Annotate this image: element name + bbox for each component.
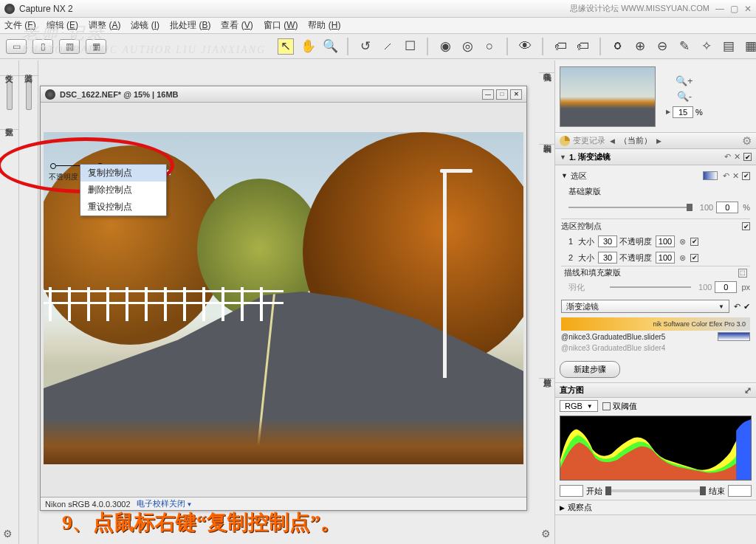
rotate-ccw-icon[interactable]: ↺ <box>357 38 374 55</box>
gear-icon[interactable]: ⚙ <box>742 134 752 148</box>
gray-point-icon[interactable]: ◎ <box>459 38 475 55</box>
brush-icon[interactable]: ✎ <box>676 38 693 55</box>
tab-editlist[interactable]: 编辑列表 <box>539 132 556 145</box>
tool-thumb-1[interactable]: ▭ <box>6 39 27 54</box>
menu-batch[interactable]: 批处理 (B) <box>170 19 210 32</box>
expand-icon[interactable]: ⤢ <box>744 385 752 396</box>
cp2-checkbox[interactable]: ✔ <box>690 254 698 262</box>
zoom-tool-icon[interactable]: 🔍 <box>322 38 338 55</box>
menu-edit[interactable]: 编辑 (E) <box>47 19 78 32</box>
tab-birdeye[interactable]: 鸟瞰镜头 <box>539 61 556 73</box>
delete-icon[interactable]: ✕ <box>732 171 739 181</box>
document-titlebar[interactable]: DSC_1622.NEF* @ 15% | 16MB — □ ✕ <box>41 86 526 103</box>
tool-thumb-3[interactable]: ▥ <box>59 39 80 54</box>
range-end-input[interactable] <box>728 485 752 497</box>
cp1-opacity-input[interactable] <box>656 235 675 247</box>
collapse-icon[interactable]: ▼ <box>560 154 566 161</box>
zoom-stepper[interactable]: ▶ <box>666 109 670 115</box>
menu-help[interactable]: 帮助 (H) <box>308 19 340 32</box>
dual-threshold-checkbox[interactable] <box>602 402 611 410</box>
selection-header[interactable]: ▼选区 ↶ ✕ ✔ <box>561 168 750 183</box>
cp1-checkbox[interactable]: ✔ <box>690 238 698 246</box>
editlist-panel: 变更记录 ◀ （当前） ▶ ⚙ ▼ 1. 渐变滤镜 ↶ ✕ ✔ ▼选区 <box>555 133 756 383</box>
menu-view[interactable]: 查看 (V) <box>221 19 252 32</box>
minimize-button[interactable]: — <box>715 4 724 14</box>
menu-delete-control-point[interactable]: 删除控制点 <box>80 182 166 199</box>
crop-icon[interactable]: ☐ <box>402 38 418 55</box>
cp1-size-input[interactable] <box>598 235 617 247</box>
site-watermark: 思缘设计论坛 WWW.MISSYUAN.COM <box>570 3 709 14</box>
hand-tool-icon[interactable]: ✋ <box>300 38 316 55</box>
zoom-out-icon[interactable]: 🔍- <box>677 91 692 102</box>
cp2-size-input[interactable] <box>598 252 617 264</box>
cp2-opacity-input[interactable] <box>656 252 675 264</box>
plus-sel-icon[interactable]: ⊕ <box>632 38 648 55</box>
gear-icon[interactable]: ⚙ <box>3 528 13 540</box>
step-1-row[interactable]: ▼ 1. 渐变滤镜 ↶ ✕ ✔ <box>555 149 756 165</box>
maximize-button[interactable]: ▢ <box>730 4 738 14</box>
minus-sel-icon[interactable]: ⊖ <box>654 38 670 55</box>
white-point-icon[interactable]: ○ <box>481 38 498 55</box>
tag-icon-1[interactable]: 🏷 <box>552 38 568 55</box>
cp2-delete-icon[interactable]: ⊗ <box>679 253 686 263</box>
base-mask-slider[interactable] <box>568 207 693 208</box>
menu-filter[interactable]: 滤镜 (I) <box>131 19 159 32</box>
link-icon[interactable]: ⬚ <box>738 269 747 278</box>
undo-icon[interactable]: ↶ <box>724 152 731 162</box>
straighten-icon[interactable]: ⟋ <box>379 38 396 55</box>
cp1-delete-icon[interactable]: ⊗ <box>679 237 686 247</box>
lasso-icon[interactable]: ⭘ <box>610 38 626 55</box>
delete-icon[interactable]: ✕ <box>734 152 740 162</box>
menu-file[interactable]: 文件 (F) <box>4 19 36 32</box>
feather-slider[interactable] <box>610 286 691 288</box>
gradient-icon[interactable]: ▤ <box>721 38 737 55</box>
arrow-tool-icon[interactable]: ↖ <box>278 38 294 55</box>
step-enabled-checkbox[interactable]: ✔ <box>743 153 752 161</box>
history-prev[interactable]: ◀ <box>610 137 615 145</box>
tab-photoinfo[interactable]: 照片信息 <box>539 366 556 379</box>
selection-checkbox[interactable]: ✔ <box>742 172 750 180</box>
zoom-in-icon[interactable]: 🔍+ <box>676 75 693 86</box>
doc-maximize-button[interactable]: □ <box>496 89 508 100</box>
app-icon <box>4 4 15 14</box>
watchpoints-row[interactable]: ▶观察点 <box>555 500 756 514</box>
wand-icon[interactable]: ✧ <box>698 38 715 55</box>
tag-icon-2[interactable]: 🏷 <box>574 38 591 55</box>
doc-minimize-button[interactable]: — <box>482 89 494 100</box>
new-step-button[interactable]: 新建步骤 <box>560 361 620 378</box>
range-slider[interactable] <box>605 489 706 492</box>
preset-row-2[interactable]: @nikce3 GraduatedBlue slider4 <box>561 342 750 354</box>
menu-window[interactable]: 窗口 (W) <box>264 19 298 32</box>
tool-thumb-4[interactable]: ▦ <box>86 39 106 54</box>
undo-icon[interactable]: ↶ <box>734 302 740 311</box>
doc-close-button[interactable]: ✕ <box>510 89 522 100</box>
tab-browser[interactable]: 浏览器 <box>19 61 38 76</box>
preset-row-1[interactable]: @nikce3.GraduatedBlue.slider5 <box>561 331 750 342</box>
menu-copy-control-point[interactable]: 复制控制点 <box>80 165 166 182</box>
undo-icon[interactable]: ↶ <box>723 171 729 181</box>
channel-dropdown[interactable]: RGB▼ <box>560 400 598 412</box>
sidebar-handle-2[interactable] <box>26 80 32 110</box>
zoom-input[interactable] <box>673 106 693 118</box>
base-mask-input[interactable] <box>716 202 738 213</box>
tool-thumb-2[interactable]: ▯ <box>32 39 53 54</box>
tab-metadata[interactable]: 元数据 <box>0 114 18 130</box>
cp-section-checkbox[interactable]: ✔ <box>742 222 750 230</box>
sidebar-handle[interactable] <box>7 80 13 110</box>
filter-dropdown[interactable]: 渐变滤镜▼ <box>561 300 729 313</box>
close-button[interactable]: ✕ <box>744 4 752 14</box>
birdeye-thumbnail[interactable] <box>560 66 656 127</box>
fill-icon[interactable]: ▦ <box>743 38 756 55</box>
softproof-toggle[interactable]: 电子校样关闭▼ <box>137 498 193 509</box>
gear-icon[interactable]: ⚙ <box>541 528 551 540</box>
toolbar: ▭ ▯ ▥ ▦ ↖ ✋ 🔍 ↺ ⟋ ☐ ◉ ◎ ○ 👁 🏷 🏷 ⭘ ⊕ ⊖ ✎ … <box>0 34 756 59</box>
feather-input[interactable] <box>715 281 737 293</box>
history-next[interactable]: ▶ <box>656 137 662 145</box>
menu-adjust[interactable]: 调整 (A) <box>89 19 120 32</box>
menu-reset-control-point[interactable]: 重设控制点 <box>80 199 166 216</box>
filter-checkbox[interactable]: ✔ <box>743 302 750 311</box>
range-start-input[interactable] <box>560 485 583 497</box>
tab-folders[interactable]: 文件夹 <box>0 61 18 76</box>
redeye-icon[interactable]: 👁 <box>517 38 533 55</box>
black-point-icon[interactable]: ◉ <box>437 38 453 55</box>
